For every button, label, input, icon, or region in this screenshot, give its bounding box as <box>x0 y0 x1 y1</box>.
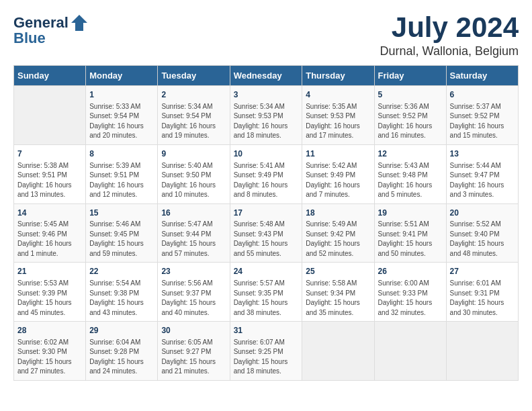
day-number: 25 <box>306 266 370 277</box>
calendar-cell: 20Sunrise: 5:52 AM Sunset: 9:40 PM Dayli… <box>446 203 518 263</box>
header-saturday: Saturday <box>446 66 518 86</box>
svg-marker-0 <box>71 15 87 31</box>
cell-content: Sunrise: 5:41 AM Sunset: 9:49 PM Dayligh… <box>234 161 299 200</box>
day-number: 14 <box>17 208 82 219</box>
cell-content: Sunrise: 6:00 AM Sunset: 9:33 PM Dayligh… <box>378 279 443 318</box>
cell-content: Sunrise: 5:48 AM Sunset: 9:43 PM Dayligh… <box>234 220 299 259</box>
cell-content: Sunrise: 5:46 AM Sunset: 9:45 PM Dayligh… <box>89 220 154 259</box>
cell-content: Sunrise: 5:39 AM Sunset: 9:51 PM Dayligh… <box>89 161 154 200</box>
day-number: 18 <box>306 208 370 219</box>
cell-content: Sunrise: 6:01 AM Sunset: 9:31 PM Dayligh… <box>450 279 515 318</box>
day-number: 7 <box>17 148 82 160</box>
logo-icon <box>70 13 89 32</box>
calendar-cell: 4Sunrise: 5:35 AM Sunset: 9:53 PM Daylig… <box>302 86 374 145</box>
header-monday: Monday <box>86 66 158 86</box>
day-number: 10 <box>234 148 299 160</box>
location-title: Durnal, Wallonia, Belgium <box>380 44 519 58</box>
month-title: July 2024 <box>380 13 519 42</box>
header-wednesday: Wednesday <box>230 66 302 86</box>
calendar-cell: 8Sunrise: 5:39 AM Sunset: 9:51 PM Daylig… <box>86 144 158 203</box>
calendar-week-1: 1Sunrise: 5:33 AM Sunset: 9:54 PM Daylig… <box>14 86 519 145</box>
header-thursday: Thursday <box>302 66 374 86</box>
day-number: 22 <box>89 266 154 277</box>
calendar-cell <box>446 322 518 381</box>
calendar-cell: 21Sunrise: 5:53 AM Sunset: 9:39 PM Dayli… <box>14 263 86 322</box>
day-number: 11 <box>306 148 370 160</box>
calendar-cell: 22Sunrise: 5:54 AM Sunset: 9:38 PM Dayli… <box>86 263 158 322</box>
calendar-cell: 24Sunrise: 5:57 AM Sunset: 9:35 PM Dayli… <box>230 263 302 322</box>
cell-content: Sunrise: 5:53 AM Sunset: 9:39 PM Dayligh… <box>17 279 82 318</box>
day-number: 17 <box>234 208 299 219</box>
day-number: 21 <box>17 266 82 277</box>
calendar-week-4: 21Sunrise: 5:53 AM Sunset: 9:39 PM Dayli… <box>14 263 519 322</box>
day-number: 19 <box>378 208 443 219</box>
calendar-cell: 14Sunrise: 5:45 AM Sunset: 9:46 PM Dayli… <box>14 203 86 263</box>
calendar-cell: 7Sunrise: 5:38 AM Sunset: 9:51 PM Daylig… <box>14 144 86 203</box>
calendar-cell: 25Sunrise: 5:58 AM Sunset: 9:34 PM Dayli… <box>302 263 374 322</box>
calendar-cell: 15Sunrise: 5:46 AM Sunset: 9:45 PM Dayli… <box>86 203 158 263</box>
cell-content: Sunrise: 5:56 AM Sunset: 9:37 PM Dayligh… <box>161 279 226 318</box>
calendar-cell: 26Sunrise: 6:00 AM Sunset: 9:33 PM Dayli… <box>374 263 446 322</box>
cell-content: Sunrise: 6:02 AM Sunset: 9:30 PM Dayligh… <box>17 338 82 377</box>
day-number: 9 <box>161 148 226 160</box>
calendar-cell: 18Sunrise: 5:49 AM Sunset: 9:42 PM Dayli… <box>302 203 374 263</box>
calendar-cell: 9Sunrise: 5:40 AM Sunset: 9:50 PM Daylig… <box>158 144 230 203</box>
calendar-cell: 11Sunrise: 5:42 AM Sunset: 9:49 PM Dayli… <box>302 144 374 203</box>
cell-content: Sunrise: 5:58 AM Sunset: 9:34 PM Dayligh… <box>306 279 370 318</box>
calendar-week-3: 14Sunrise: 5:45 AM Sunset: 9:46 PM Dayli… <box>14 203 519 263</box>
calendar-cell: 31Sunrise: 6:07 AM Sunset: 9:25 PM Dayli… <box>230 322 302 381</box>
calendar-cell: 16Sunrise: 5:47 AM Sunset: 9:44 PM Dayli… <box>158 203 230 263</box>
logo-text: General <box>13 15 69 31</box>
calendar-cell: 3Sunrise: 5:34 AM Sunset: 9:53 PM Daylig… <box>230 86 302 145</box>
header-tuesday: Tuesday <box>158 66 230 86</box>
day-number: 2 <box>161 89 226 101</box>
day-number: 24 <box>234 266 299 277</box>
day-number: 30 <box>161 325 226 336</box>
calendar-cell: 30Sunrise: 6:05 AM Sunset: 9:27 PM Dayli… <box>158 322 230 381</box>
cell-content: Sunrise: 5:44 AM Sunset: 9:47 PM Dayligh… <box>450 161 515 200</box>
day-number: 16 <box>161 208 226 219</box>
calendar-cell: 10Sunrise: 5:41 AM Sunset: 9:49 PM Dayli… <box>230 144 302 203</box>
day-number: 29 <box>89 325 154 336</box>
cell-content: Sunrise: 5:36 AM Sunset: 9:52 PM Dayligh… <box>378 102 443 141</box>
day-number: 31 <box>234 325 299 336</box>
cell-content: Sunrise: 6:07 AM Sunset: 9:25 PM Dayligh… <box>234 338 299 377</box>
day-number: 3 <box>234 89 299 101</box>
calendar-cell: 2Sunrise: 5:34 AM Sunset: 9:54 PM Daylig… <box>158 86 230 145</box>
title-section: July 2024 Durnal, Wallonia, Belgium <box>380 13 519 58</box>
header-friday: Friday <box>374 66 446 86</box>
cell-content: Sunrise: 5:51 AM Sunset: 9:41 PM Dayligh… <box>378 220 443 259</box>
header-sunday: Sunday <box>14 66 86 86</box>
cell-content: Sunrise: 5:54 AM Sunset: 9:38 PM Dayligh… <box>89 279 154 318</box>
calendar-week-2: 7Sunrise: 5:38 AM Sunset: 9:51 PM Daylig… <box>14 144 519 203</box>
cell-content: Sunrise: 5:49 AM Sunset: 9:42 PM Dayligh… <box>306 220 370 259</box>
cell-content: Sunrise: 5:35 AM Sunset: 9:53 PM Dayligh… <box>306 102 370 141</box>
calendar-cell: 23Sunrise: 5:56 AM Sunset: 9:37 PM Dayli… <box>158 263 230 322</box>
page-container: General Blue July 2024 Durnal, Wallonia,… <box>13 13 519 381</box>
day-number: 8 <box>89 148 154 160</box>
calendar-cell <box>14 86 86 145</box>
cell-content: Sunrise: 5:37 AM Sunset: 9:52 PM Dayligh… <box>450 102 515 141</box>
day-number: 28 <box>17 325 82 336</box>
day-number: 5 <box>378 89 443 101</box>
logo: General Blue <box>13 13 89 47</box>
cell-content: Sunrise: 5:47 AM Sunset: 9:44 PM Dayligh… <box>161 220 226 259</box>
calendar-cell <box>374 322 446 381</box>
cell-content: Sunrise: 5:45 AM Sunset: 9:46 PM Dayligh… <box>17 220 82 259</box>
day-number: 12 <box>378 148 443 160</box>
cell-content: Sunrise: 5:43 AM Sunset: 9:48 PM Dayligh… <box>378 161 443 200</box>
cell-content: Sunrise: 6:04 AM Sunset: 9:28 PM Dayligh… <box>89 338 154 377</box>
calendar-cell: 29Sunrise: 6:04 AM Sunset: 9:28 PM Dayli… <box>86 322 158 381</box>
day-number: 4 <box>306 89 370 101</box>
cell-content: Sunrise: 5:38 AM Sunset: 9:51 PM Dayligh… <box>17 161 82 200</box>
cell-content: Sunrise: 5:57 AM Sunset: 9:35 PM Dayligh… <box>234 279 299 318</box>
calendar-cell <box>302 322 374 381</box>
calendar-cell: 6Sunrise: 5:37 AM Sunset: 9:52 PM Daylig… <box>446 86 518 145</box>
header: General Blue July 2024 Durnal, Wallonia,… <box>13 13 519 58</box>
day-number: 1 <box>89 89 154 101</box>
cell-content: Sunrise: 5:33 AM Sunset: 9:54 PM Dayligh… <box>89 102 154 141</box>
day-number: 23 <box>161 266 226 277</box>
cell-content: Sunrise: 5:34 AM Sunset: 9:54 PM Dayligh… <box>161 102 226 141</box>
day-number: 15 <box>89 208 154 219</box>
calendar-header-row: SundayMondayTuesdayWednesdayThursdayFrid… <box>14 66 519 86</box>
